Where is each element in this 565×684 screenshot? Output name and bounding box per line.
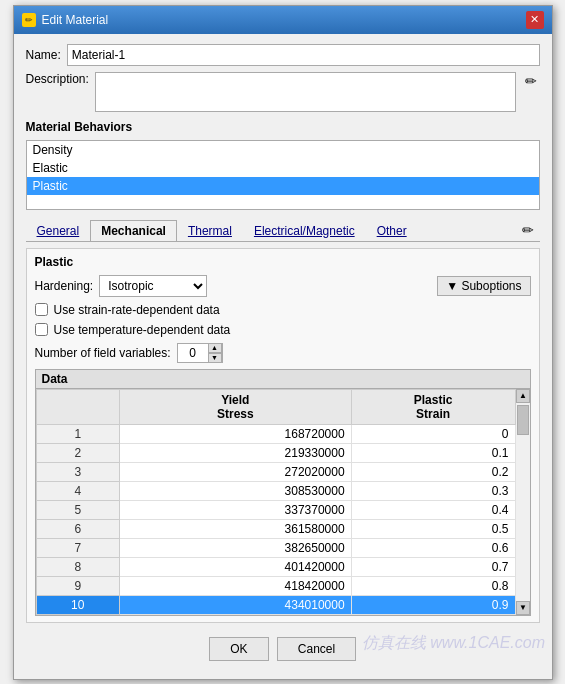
col-yield-stress: YieldStress	[120, 389, 352, 424]
scroll-track[interactable]	[516, 403, 530, 601]
plastic-strain-cell[interactable]: 0.2	[351, 462, 515, 481]
plastic-strain-cell[interactable]: 0.5	[351, 519, 515, 538]
hardening-select[interactable]: Isotropic Kinematic Combined Johnson-Coo…	[99, 275, 207, 297]
row-num: 8	[36, 557, 120, 576]
table-row[interactable]: 2 219330000 0.1	[36, 443, 515, 462]
table-header-row: YieldStress PlasticStrain	[36, 389, 515, 424]
ok-button[interactable]: OK	[209, 637, 269, 661]
yield-stress-cell[interactable]: 308530000	[120, 481, 352, 500]
strain-rate-row: Use strain-rate-dependent data	[35, 303, 531, 317]
tab-general[interactable]: General	[26, 220, 91, 241]
plastic-strain-cell[interactable]: 0.3	[351, 481, 515, 500]
data-table-wrap: YieldStress PlasticStrain 1 168720000 0 …	[36, 389, 530, 615]
cancel-button[interactable]: Cancel	[277, 637, 356, 661]
edit-material-dialog: ✏ Edit Material ✕ Name: Description: ✏ M…	[13, 5, 553, 680]
plastic-strain-cell[interactable]: 0.4	[351, 500, 515, 519]
col-num	[36, 389, 120, 424]
hardening-row: Hardening: Isotropic Kinematic Combined …	[35, 275, 531, 297]
tab-other[interactable]: Other	[366, 220, 418, 241]
row-num: 7	[36, 538, 120, 557]
table-row[interactable]: 8 401420000 0.7	[36, 557, 515, 576]
scroll-up[interactable]: ▲	[516, 389, 530, 403]
description-textarea[interactable]	[95, 72, 516, 112]
strain-rate-checkbox[interactable]	[35, 303, 48, 316]
description-label: Description:	[26, 72, 89, 86]
dialog-icon: ✏	[22, 13, 36, 27]
table-row[interactable]: 10 434010000 0.9	[36, 595, 515, 614]
dialog-content: Name: Description: ✏ Material Behaviors …	[14, 34, 552, 679]
description-edit-icon[interactable]: ✏	[522, 72, 540, 90]
row-num: 2	[36, 443, 120, 462]
data-section: Data YieldStress PlasticStrain 1 1687	[35, 369, 531, 616]
scrollbar[interactable]: ▲ ▼	[516, 389, 530, 615]
yield-stress-cell[interactable]: 219330000	[120, 443, 352, 462]
table-row[interactable]: 1 168720000 0	[36, 424, 515, 443]
yield-stress-cell[interactable]: 337370000	[120, 500, 352, 519]
plastic-title: Plastic	[35, 255, 531, 269]
plastic-strain-cell[interactable]: 0.9	[351, 595, 515, 614]
bottom-buttons: OK Cancel	[26, 629, 540, 669]
plastic-strain-cell[interactable]: 0	[351, 424, 515, 443]
row-num: 4	[36, 481, 120, 500]
temperature-row: Use temperature-dependent data	[35, 323, 531, 337]
table-row[interactable]: 5 337370000 0.4	[36, 500, 515, 519]
behavior-elastic[interactable]: Elastic	[27, 159, 539, 177]
title-bar: ✏ Edit Material ✕	[14, 6, 552, 34]
data-section-label: Data	[36, 370, 530, 389]
description-row: Description: ✏	[26, 72, 540, 112]
yield-stress-cell[interactable]: 272020000	[120, 462, 352, 481]
field-vars-input[interactable]	[178, 344, 208, 362]
table-row[interactable]: 3 272020000 0.2	[36, 462, 515, 481]
table-row[interactable]: 6 361580000 0.5	[36, 519, 515, 538]
plastic-strain-cell[interactable]: 0.8	[351, 576, 515, 595]
yield-stress-cell[interactable]: 418420000	[120, 576, 352, 595]
yield-stress-cell[interactable]: 434010000	[120, 595, 352, 614]
plastic-strain-cell[interactable]: 0.6	[351, 538, 515, 557]
yield-stress-cell[interactable]: 382650000	[120, 538, 352, 557]
row-num: 9	[36, 576, 120, 595]
suboptions-button[interactable]: ▼ Suboptions	[437, 276, 530, 296]
table-row[interactable]: 4 308530000 0.3	[36, 481, 515, 500]
hardening-label: Hardening:	[35, 279, 94, 293]
tab-electrical-magnetic[interactable]: Electrical/Magnetic	[243, 220, 366, 241]
tab-thermal[interactable]: Thermal	[177, 220, 243, 241]
close-button[interactable]: ✕	[526, 11, 544, 29]
temperature-label: Use temperature-dependent data	[54, 323, 231, 337]
behaviors-section-label: Material Behaviors	[26, 120, 540, 134]
field-vars-label: Number of field variables:	[35, 346, 171, 360]
name-label: Name:	[26, 48, 61, 62]
field-vars-spinners: ▲ ▼	[208, 343, 222, 363]
row-num: 10	[36, 595, 120, 614]
scroll-thumb[interactable]	[517, 405, 529, 435]
table-row[interactable]: 7 382650000 0.6	[36, 538, 515, 557]
behavior-plastic[interactable]: Plastic	[27, 177, 539, 195]
tab-mechanical[interactable]: Mechanical	[90, 220, 177, 241]
field-vars-input-wrap: ▲ ▼	[177, 343, 223, 363]
tabs-row: General Mechanical Thermal Electrical/Ma…	[26, 216, 540, 242]
behaviors-list: Density Elastic Plastic	[26, 140, 540, 210]
row-num: 3	[36, 462, 120, 481]
data-table: YieldStress PlasticStrain 1 168720000 0 …	[36, 389, 516, 615]
col-plastic-strain: PlasticStrain	[351, 389, 515, 424]
name-input[interactable]	[67, 44, 540, 66]
row-num: 5	[36, 500, 120, 519]
yield-stress-cell[interactable]: 168720000	[120, 424, 352, 443]
strain-rate-label: Use strain-rate-dependent data	[54, 303, 220, 317]
plastic-section: Plastic Hardening: Isotropic Kinematic C…	[26, 248, 540, 623]
yield-stress-cell[interactable]: 361580000	[120, 519, 352, 538]
suboptions-label: ▼ Suboptions	[446, 279, 521, 293]
table-row[interactable]: 9 418420000 0.8	[36, 576, 515, 595]
row-num: 1	[36, 424, 120, 443]
dialog-title: Edit Material	[42, 13, 109, 27]
tabs-edit-icon[interactable]: ✏	[516, 222, 540, 238]
yield-stress-cell[interactable]: 401420000	[120, 557, 352, 576]
name-row: Name:	[26, 44, 540, 66]
row-num: 6	[36, 519, 120, 538]
scroll-down[interactable]: ▼	[516, 601, 530, 615]
behavior-density[interactable]: Density	[27, 141, 539, 159]
field-vars-up[interactable]: ▲	[208, 343, 222, 353]
temperature-checkbox[interactable]	[35, 323, 48, 336]
plastic-strain-cell[interactable]: 0.7	[351, 557, 515, 576]
plastic-strain-cell[interactable]: 0.1	[351, 443, 515, 462]
field-vars-down[interactable]: ▼	[208, 353, 222, 363]
